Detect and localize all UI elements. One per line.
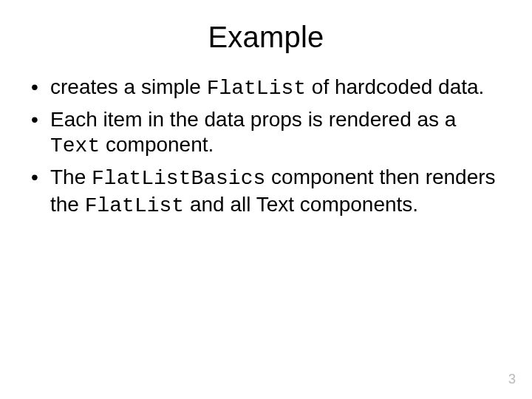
bullet-item: creates a simple FlatList of hardcoded d… bbox=[30, 75, 502, 101]
slide: Example creates a simple FlatList of har… bbox=[0, 0, 532, 399]
code-span: FlatList bbox=[85, 194, 184, 217]
slide-body: creates a simple FlatList of hardcoded d… bbox=[0, 61, 532, 219]
bullet-text: Each item in the data props is rendered … bbox=[50, 108, 456, 131]
bullet-text: component. bbox=[100, 133, 214, 156]
code-span: FlatListBasics bbox=[92, 167, 265, 190]
slide-title: Example bbox=[0, 0, 532, 61]
bullet-text: creates a simple bbox=[50, 75, 207, 98]
bullet-text: The bbox=[50, 166, 92, 188]
bullet-list: creates a simple FlatList of hardcoded d… bbox=[30, 75, 502, 219]
bullet-text: of hardcoded data. bbox=[306, 75, 484, 98]
page-number: 3 bbox=[508, 372, 516, 387]
bullet-item: The FlatListBasics component then render… bbox=[30, 165, 502, 218]
bullet-text: and all Text components. bbox=[184, 193, 418, 216]
bullet-item: Each item in the data props is rendered … bbox=[30, 107, 502, 159]
code-span: Text bbox=[50, 134, 100, 157]
code-span: FlatList bbox=[207, 77, 306, 100]
